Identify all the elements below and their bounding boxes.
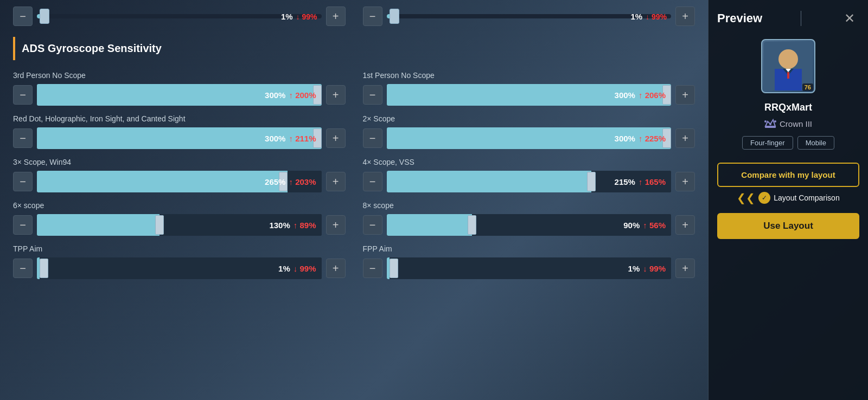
- val-6x-scope-current: 130%: [269, 221, 290, 230]
- slider-6x-scope[interactable]: 130% ↑ 89%: [37, 214, 322, 236]
- plus-btn-1st-person[interactable]: +: [675, 85, 695, 105]
- svg-rect-6: [787, 72, 789, 79]
- sens-row-6x-scope: − 130% ↑ 89% +: [13, 214, 346, 236]
- val-2x-scope-compare: ↑ 225%: [639, 134, 666, 143]
- top-left-current: 1%: [281, 12, 293, 21]
- val-3rd-person-current: 300%: [265, 91, 285, 100]
- preview-title: Preview: [717, 11, 762, 25]
- plus-btn-fpp-aim[interactable]: +: [675, 259, 695, 278]
- slider-track-top-right[interactable]: 1% ↓ 99%: [387, 7, 672, 26]
- minus-btn-tpp-aim[interactable]: −: [13, 259, 33, 278]
- use-layout-button[interactable]: Use Layout: [717, 213, 859, 239]
- val-3x-scope-compare: ↑ 203%: [289, 177, 316, 186]
- sens-label-8x-scope: 8× scope: [363, 201, 695, 210]
- svg-rect-11: [765, 126, 776, 128]
- avatar: 76: [761, 39, 815, 93]
- minus-btn-4x-scope[interactable]: −: [363, 172, 382, 191]
- svg-point-10: [774, 120, 776, 122]
- plus-btn-top-right[interactable]: +: [675, 7, 695, 26]
- sidebar: Preview ✕ 76 RRQxMart Cr: [708, 0, 868, 400]
- minus-btn-3rd-person[interactable]: −: [13, 85, 33, 105]
- sens-row-fpp-aim: − 1% ↓ 99% +: [363, 257, 695, 279]
- minus-btn-3x-scope[interactable]: −: [13, 172, 33, 191]
- slider-tpp-aim[interactable]: 1% ↓ 99%: [37, 257, 322, 279]
- val-red-dot-compare: ↑ 211%: [289, 134, 316, 143]
- val-8x-scope-current: 90%: [623, 221, 640, 230]
- close-button[interactable]: ✕: [840, 9, 859, 28]
- chevron-down-icon: ❮❮: [737, 191, 755, 204]
- slider-4x-scope[interactable]: 215% ↑ 165%: [387, 171, 672, 192]
- sens-row-tpp-aim: − 1% ↓ 99% +: [13, 257, 346, 279]
- val-1st-person-current: 300%: [615, 91, 635, 100]
- minus-btn-top-left[interactable]: −: [13, 7, 33, 26]
- plus-btn-8x-scope[interactable]: +: [675, 215, 695, 235]
- plus-btn-red-dot[interactable]: +: [326, 128, 346, 148]
- val-tpp-aim-current: 1%: [278, 264, 290, 273]
- sidebar-divider: [801, 11, 801, 26]
- sens-label-3rd-person: 3rd Person No Scope: [13, 71, 346, 80]
- val-3rd-person-compare: ↑ 200%: [289, 91, 316, 100]
- val-2x-scope-current: 300%: [615, 134, 635, 143]
- sens-row-2x-scope: − 300% ↑ 225% +: [363, 127, 695, 149]
- rank-row: Crown III: [764, 118, 812, 130]
- minus-btn-top-right[interactable]: −: [363, 7, 382, 26]
- top-right-compare: ↓ 99%: [646, 12, 667, 21]
- val-fpp-aim-compare: ↓ 99%: [643, 264, 666, 273]
- sens-label-6x-scope: 6× scope: [13, 201, 346, 210]
- sens-row-3x-scope: − 265% ↑ 203% +: [13, 171, 346, 192]
- avatar-level: 76: [802, 83, 813, 91]
- minus-btn-6x-scope[interactable]: −: [13, 215, 33, 235]
- section-title: ADS Gyroscope Sensitivity: [22, 42, 162, 55]
- slider-track-top-left[interactable]: 1% ↓ 99%: [37, 7, 322, 26]
- val-tpp-aim-compare: ↓ 99%: [293, 264, 316, 273]
- tag-row: Four-finger Mobile: [742, 136, 834, 150]
- sens-label-fpp-aim: FPP Aim: [363, 244, 695, 253]
- svg-point-9: [769, 123, 771, 125]
- sens-item-red-dot: Red Dot, Holographic, Iron Sight, and Ca…: [13, 114, 346, 149]
- svg-point-8: [764, 120, 767, 122]
- sens-item-3rd-person: 3rd Person No Scope − 300% ↑ 200% +: [13, 71, 346, 106]
- sens-label-1st-person: 1st Person No Scope: [363, 71, 695, 80]
- sens-item-8x-scope: 8× scope − 90% ↑ 56% +: [363, 201, 695, 236]
- slider-red-dot[interactable]: 300% ↑ 211%: [37, 127, 322, 149]
- val-red-dot-current: 300%: [265, 134, 285, 143]
- plus-btn-3x-scope[interactable]: +: [326, 172, 346, 191]
- slider-fpp-aim[interactable]: 1% ↓ 99%: [387, 257, 672, 279]
- val-fpp-aim-current: 1%: [628, 264, 640, 273]
- slider-8x-scope[interactable]: 90% ↑ 56%: [387, 214, 672, 236]
- sens-row-8x-scope: − 90% ↑ 56% +: [363, 214, 695, 236]
- slider-3x-scope[interactable]: 265% ↑ 203%: [37, 171, 322, 192]
- top-slider-right: − 1% ↓ 99% +: [363, 7, 695, 26]
- top-right-current: 1%: [630, 12, 642, 21]
- layout-comparison-label: Layout Comparison: [774, 193, 839, 202]
- minus-btn-8x-scope[interactable]: −: [363, 215, 382, 235]
- sens-label-3x-scope: 3× Scope, Win94: [13, 158, 346, 166]
- plus-btn-3rd-person[interactable]: +: [326, 85, 346, 105]
- minus-btn-1st-person[interactable]: −: [363, 85, 382, 105]
- sens-item-6x-scope: 6× scope − 130% ↑ 89% +: [13, 201, 346, 236]
- plus-btn-2x-scope[interactable]: +: [675, 128, 695, 148]
- rank-icon: [764, 118, 776, 130]
- val-4x-scope-compare: ↑ 165%: [639, 177, 666, 186]
- svg-point-2: [778, 49, 798, 69]
- plus-btn-tpp-aim[interactable]: +: [326, 259, 346, 278]
- sens-label-2x-scope: 2× Scope: [363, 114, 695, 123]
- sens-item-fpp-aim: FPP Aim − 1% ↓ 99% +: [363, 244, 695, 279]
- sidebar-header: Preview ✕: [717, 9, 859, 28]
- plus-btn-4x-scope[interactable]: +: [675, 172, 695, 191]
- compare-button[interactable]: Compare with my layout: [717, 163, 859, 187]
- val-6x-scope-compare: ↑ 89%: [293, 221, 316, 230]
- sens-item-1st-person: 1st Person No Scope − 300% ↑ 206% +: [363, 71, 695, 106]
- slider-3rd-person[interactable]: 300% ↑ 200%: [37, 84, 322, 106]
- plus-btn-top-left[interactable]: +: [326, 7, 346, 26]
- check-icon: ✓: [758, 192, 770, 204]
- minus-btn-red-dot[interactable]: −: [13, 128, 33, 148]
- minus-btn-2x-scope[interactable]: −: [363, 128, 382, 148]
- top-slider-left: − 1% ↓ 99% +: [13, 7, 346, 26]
- minus-btn-fpp-aim[interactable]: −: [363, 259, 382, 278]
- sens-row-3rd-person: − 300% ↑ 200% +: [13, 84, 346, 106]
- plus-btn-6x-scope[interactable]: +: [326, 215, 346, 235]
- slider-1st-person[interactable]: 300% ↑ 206%: [387, 84, 672, 106]
- sens-item-2x-scope: 2× Scope − 300% ↑ 225% +: [363, 114, 695, 149]
- slider-2x-scope[interactable]: 300% ↑ 225%: [387, 127, 672, 149]
